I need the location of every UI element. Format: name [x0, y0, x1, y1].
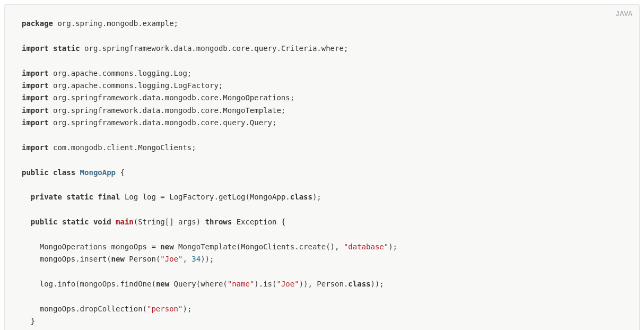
code-block: JAVA package org.spring.mongodb.example;… — [4, 4, 640, 330]
code-content[interactable]: package org.spring.mongodb.example; impo… — [22, 18, 622, 330]
language-badge: JAVA — [616, 9, 633, 19]
